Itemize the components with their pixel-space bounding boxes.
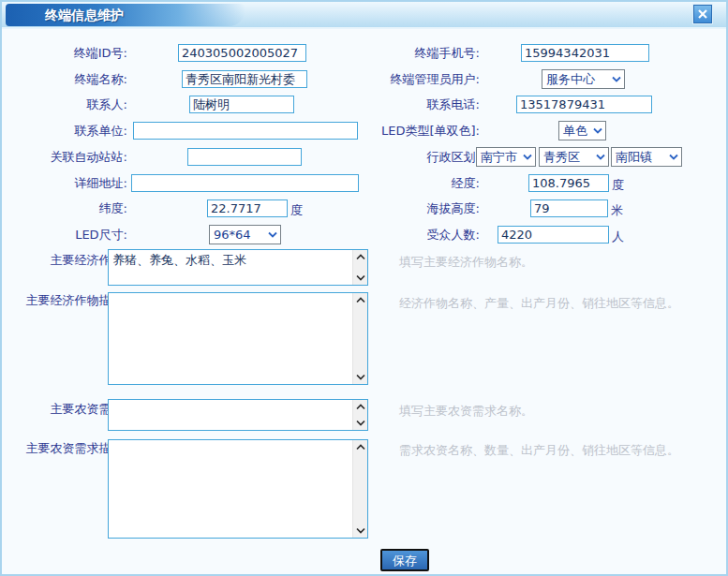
admin-user-label: 终端管理员用户: (339, 72, 480, 87)
supplies-desc-hint: 需求农资名称、数量、出产月份、销往地区等信息。 (399, 442, 679, 459)
scroll-up-icon (356, 404, 365, 410)
scroll-down-icon (356, 527, 365, 534)
form-area: 终端ID号: 终端手机号: 终端名称: 终端管理员用户: 服务中心 联系人: 联… (2, 29, 726, 574)
crops-scrollbar[interactable] (352, 250, 367, 285)
altitude-unit: 米 (611, 202, 623, 219)
scroll-up-icon (356, 297, 365, 303)
longitude-unit: 度 (612, 177, 624, 194)
audience-input[interactable] (498, 226, 609, 244)
crops-desc-scrollbar[interactable] (352, 293, 367, 384)
scroll-up-icon (356, 254, 365, 260)
crops-desc-textarea[interactable] (108, 292, 368, 385)
dialog-title: 终端信息维护 (45, 7, 124, 24)
address-label: 详细地址: (2, 176, 127, 191)
longitude-input[interactable] (528, 174, 609, 192)
supplies-desc-input[interactable] (109, 440, 351, 538)
led-size-select[interactable]: 96*64 (209, 225, 281, 244)
scroll-down-icon (356, 274, 365, 281)
region-city-select[interactable]: 南宁市 (476, 147, 536, 167)
supplies-desc-textarea[interactable] (108, 439, 368, 539)
contact-label: 联系人: (2, 97, 127, 112)
chevron-down-icon (520, 154, 535, 160)
region-town-value: 南阳镇 (612, 149, 666, 166)
crops-desc-hint: 经济作物名称、产量、出产月份、销往地区等信息。 (399, 295, 679, 312)
chevron-down-icon (265, 231, 280, 238)
supplies-desc-scrollbar[interactable] (352, 440, 367, 538)
led-size-label: LED尺寸: (2, 228, 127, 243)
contact-phone-input[interactable] (516, 96, 652, 113)
contact-unit-input[interactable] (133, 122, 358, 140)
region-town-select[interactable]: 南阳镇 (611, 147, 682, 167)
terminal-info-dialog: 终端信息维护 终端ID号: 终端手机号: 终端名称: 终端管理员用户: 服务中心… (0, 0, 728, 576)
region-label: 行政区划: (339, 150, 480, 165)
crops-textarea[interactable]: 养猪、养兔、水稻、玉米 (108, 249, 368, 286)
terminal-phone-label: 终端手机号: (339, 46, 480, 61)
terminal-id-input[interactable] (178, 44, 306, 62)
altitude-label: 海拔高度: (339, 201, 480, 216)
admin-user-value: 服务中心 (542, 71, 609, 88)
title-pill: 终端信息维护 (6, 4, 245, 26)
supplies-textarea[interactable] (108, 399, 368, 431)
chevron-down-icon (593, 154, 608, 160)
led-type-label: LED类型[单双色]: (339, 124, 480, 139)
auto-station-label: 关联自动站站: (2, 150, 127, 165)
dialog-titlebar: 终端信息维护 (2, 2, 726, 29)
contact-phone-label: 联系电话: (339, 97, 480, 112)
region-district-value: 青秀区 (540, 149, 593, 166)
chevron-down-icon (609, 76, 624, 82)
audience-unit: 人 (612, 229, 624, 245)
region-city-value: 南宁市 (477, 149, 520, 166)
close-icon (698, 9, 707, 19)
contact-unit-label: 联系单位: (2, 124, 127, 139)
led-type-value: 单色 (559, 123, 590, 140)
audience-label: 受众人数: (339, 228, 480, 243)
supplies-scrollbar[interactable] (352, 400, 367, 430)
address-input[interactable] (131, 174, 359, 192)
region-district-select[interactable]: 青秀区 (539, 147, 609, 167)
close-button[interactable] (693, 5, 712, 23)
chevron-down-icon (666, 154, 681, 160)
auto-station-input[interactable] (187, 148, 302, 166)
scroll-down-icon (356, 374, 365, 380)
crops-desc-input[interactable] (109, 293, 351, 384)
terminal-phone-input[interactable] (521, 44, 649, 62)
scroll-down-icon (356, 420, 365, 426)
longitude-label: 经度: (339, 176, 480, 191)
led-size-value: 96*64 (210, 228, 265, 242)
terminal-name-label: 终端名称: (2, 72, 127, 87)
latitude-input[interactable] (207, 199, 288, 217)
chevron-down-icon (590, 127, 605, 134)
contact-input[interactable] (189, 96, 294, 113)
latitude-unit: 度 (290, 202, 303, 219)
terminal-name-input[interactable] (182, 70, 307, 88)
terminal-id-label: 终端ID号: (2, 46, 127, 61)
scroll-up-icon (356, 444, 365, 450)
latitude-label: 纬度: (2, 201, 127, 216)
supplies-hint: 填写主要农资需求名称。 (399, 403, 533, 420)
admin-user-select[interactable]: 服务中心 (542, 69, 625, 89)
save-button[interactable]: 保存 (380, 549, 429, 571)
crops-input[interactable]: 养猪、养兔、水稻、玉米 (109, 250, 351, 285)
led-type-select[interactable]: 单色 (558, 121, 606, 140)
supplies-input[interactable] (109, 400, 351, 430)
altitude-input[interactable] (530, 199, 608, 217)
crops-hint: 填写主要经济作物名称。 (399, 254, 533, 271)
